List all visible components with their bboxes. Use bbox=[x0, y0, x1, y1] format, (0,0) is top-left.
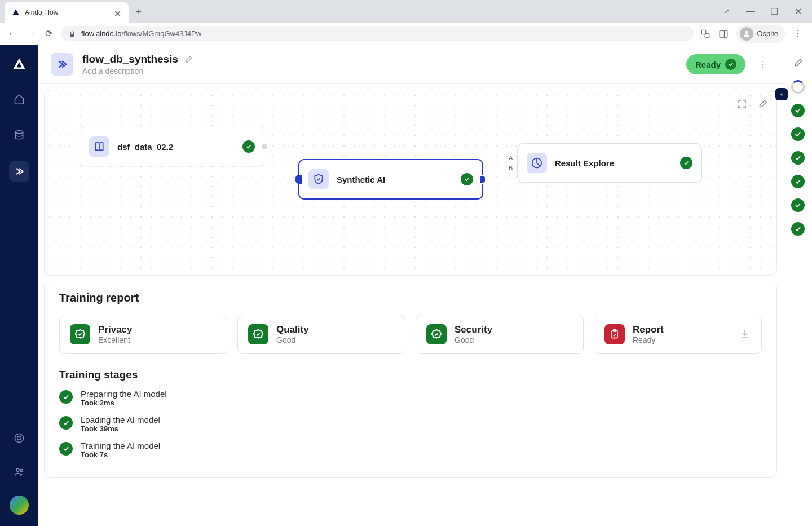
svg-rect-2 bbox=[720, 30, 728, 37]
app-logo-icon[interactable] bbox=[10, 55, 28, 73]
report-card-quality[interactable]: QualityGood bbox=[237, 315, 405, 354]
profile-avatar-icon bbox=[740, 27, 753, 41]
pie-chart-icon bbox=[527, 153, 547, 173]
window-close-icon[interactable]: ✕ bbox=[794, 7, 802, 15]
tab-close-icon[interactable]: ✕ bbox=[114, 8, 122, 16]
url-input[interactable]: flow.aindo.io/flows/MGmqGw43J4Pw bbox=[61, 26, 694, 41]
rail-check-icon[interactable] bbox=[791, 198, 805, 212]
svg-point-7 bbox=[17, 436, 21, 440]
node-port-out[interactable] bbox=[261, 143, 268, 151]
svg-point-4 bbox=[745, 30, 748, 33]
card-subtitle: Ready bbox=[633, 335, 664, 344]
new-tab-button[interactable]: ＋ bbox=[131, 3, 147, 19]
svg-point-8 bbox=[16, 468, 19, 471]
window-maximize-icon[interactable]: ☐ bbox=[770, 7, 778, 15]
rail-check-icon[interactable] bbox=[791, 104, 805, 117]
stage-row: Preparing the AI modelTook 2ms bbox=[59, 389, 762, 407]
rail-edit-icon[interactable] bbox=[791, 56, 805, 70]
report-card-security[interactable]: SecurityGood bbox=[416, 315, 584, 354]
rail-check-icon[interactable] bbox=[791, 127, 805, 141]
rail-collapse-icon[interactable]: ‹ bbox=[775, 88, 788, 100]
node-label: Result Explore bbox=[555, 158, 668, 168]
lock-icon bbox=[69, 30, 77, 38]
report-card-report[interactable]: ReportReady bbox=[594, 315, 762, 354]
stage-row: Training the AI modelTook 7s bbox=[59, 441, 762, 459]
profile-name: Ospite bbox=[757, 29, 778, 38]
rail-check-icon[interactable] bbox=[791, 175, 805, 188]
stage-time: Took 2ms bbox=[81, 399, 167, 407]
fullscreen-icon[interactable] bbox=[736, 98, 748, 110]
stage-label: Training the AI model bbox=[81, 441, 160, 450]
stages-title: Training stages bbox=[59, 369, 762, 381]
edit-canvas-icon[interactable] bbox=[756, 98, 769, 110]
badge-check-icon bbox=[426, 324, 447, 344]
book-icon bbox=[89, 136, 109, 157]
badge-check-icon bbox=[70, 324, 90, 344]
node-port-in[interactable] bbox=[295, 175, 302, 184]
badge-check-icon bbox=[248, 324, 268, 344]
report-card-privacy[interactable]: PrivacyExcellent bbox=[59, 315, 227, 354]
card-title: Security bbox=[454, 324, 492, 335]
card-title: Report bbox=[633, 324, 664, 335]
node-data-source[interactable]: dsf_data_02.2 bbox=[80, 127, 264, 166]
stage-label: Preparing the AI model bbox=[81, 389, 167, 399]
flow-header: flow_db_synthesis Add a description Read… bbox=[38, 45, 783, 84]
card-subtitle: Excellent bbox=[98, 335, 133, 344]
node-label: dsf_data_02.2 bbox=[117, 142, 230, 152]
sidebar-item-home[interactable] bbox=[9, 89, 29, 109]
status-label: Ready bbox=[695, 60, 721, 69]
check-icon bbox=[461, 173, 473, 185]
report-title: Training report bbox=[59, 291, 762, 304]
card-subtitle: Good bbox=[454, 335, 492, 344]
flow-title: flow_db_synthesis bbox=[82, 53, 178, 65]
flow-type-icon bbox=[51, 53, 73, 76]
report-section: Training report PrivacyExcellent Quality… bbox=[44, 281, 777, 478]
check-icon bbox=[59, 416, 73, 430]
node-port-out[interactable] bbox=[479, 175, 486, 184]
tab-title: Aindo Flow bbox=[25, 8, 109, 16]
app-sidebar bbox=[0, 45, 38, 526]
translate-icon[interactable] bbox=[700, 29, 710, 39]
status-check-icon bbox=[725, 59, 736, 70]
check-icon bbox=[59, 442, 73, 456]
window-restore-icon[interactable]: — bbox=[747, 7, 754, 15]
sidebar-item-users[interactable] bbox=[9, 462, 29, 482]
side-panel-icon[interactable] bbox=[718, 29, 729, 39]
sidebar-item-colored[interactable] bbox=[10, 496, 29, 515]
flow-description[interactable]: Add a description bbox=[82, 67, 193, 76]
check-icon bbox=[59, 390, 73, 404]
url-text: flow.aindo.io/flows/MGmqGw43J4Pw bbox=[81, 29, 201, 38]
right-rail: ‹ bbox=[783, 45, 812, 526]
card-title: Privacy bbox=[98, 324, 133, 335]
flow-canvas[interactable]: dsf_data_02.2 Synthetic AI bbox=[44, 90, 777, 276]
download-icon[interactable] bbox=[740, 329, 751, 340]
nav-forward-icon: → bbox=[25, 28, 36, 39]
browser-menu-icon[interactable]: ⋮ bbox=[793, 29, 803, 39]
profile-button[interactable]: Ospite bbox=[736, 25, 785, 43]
nav-back-icon[interactable]: ← bbox=[7, 28, 18, 39]
edit-title-icon[interactable] bbox=[184, 55, 193, 64]
sidebar-item-help[interactable] bbox=[9, 428, 29, 448]
stage-time: Took 39ms bbox=[81, 425, 160, 433]
svg-point-5 bbox=[15, 131, 23, 134]
shield-icon bbox=[308, 169, 329, 189]
card-subtitle: Good bbox=[276, 335, 309, 344]
browser-url-bar: ← → ⟳ flow.aindo.io/flows/MGmqGw43J4Pw O… bbox=[0, 23, 812, 45]
rail-check-icon[interactable] bbox=[791, 151, 805, 165]
node-result-explore[interactable]: A B Result Explore bbox=[517, 143, 702, 183]
stage-label: Loading the AI model bbox=[81, 415, 160, 425]
browser-tab[interactable]: Aindo Flow ✕ bbox=[5, 2, 129, 23]
window-minimize-icon[interactable] bbox=[723, 7, 731, 15]
sidebar-item-flows[interactable] bbox=[9, 161, 29, 182]
status-badge: Ready bbox=[686, 54, 745, 74]
check-icon bbox=[680, 157, 692, 169]
node-synthetic-ai[interactable]: Synthetic AI bbox=[298, 159, 483, 200]
card-title: Quality bbox=[276, 324, 309, 335]
svg-point-6 bbox=[15, 434, 24, 443]
check-icon bbox=[242, 140, 255, 153]
nav-reload-icon[interactable]: ⟳ bbox=[43, 28, 54, 39]
header-menu-icon[interactable]: ⋮ bbox=[754, 59, 770, 70]
rail-check-icon[interactable] bbox=[791, 222, 805, 236]
tab-favicon-icon bbox=[11, 8, 20, 17]
sidebar-item-data[interactable] bbox=[9, 125, 29, 145]
